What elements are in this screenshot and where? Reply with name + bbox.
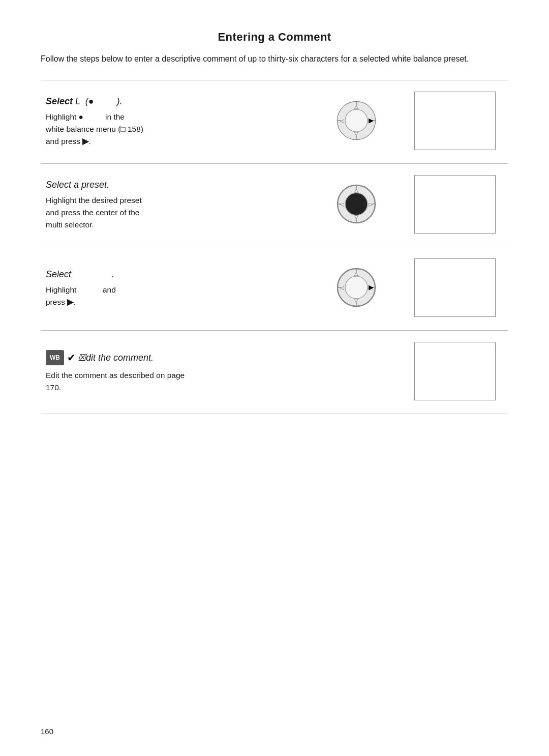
step-1-text: Select L (● ). Highlight ● in the white … [41,80,312,163]
step-3-text: Select . Highlight and press ▶. [41,247,312,330]
page-title: Entering a Comment [41,31,508,44]
step-2-row: Select a preset. Highlight the desired p… [41,163,508,247]
step-3-body: Highlight and press ▶. [46,284,307,308]
svg-text:▽: ▽ [354,131,358,136]
step-4-heading: ☒dit the comment. [78,352,154,363]
step-1-dial: △ ▽ ◁ ▶ [312,80,396,163]
step-3-dial: △ ▽ ◁ ▶ [312,247,396,330]
svg-point-12 [345,193,368,215]
step-2-text: Select a preset. Highlight the desired p… [41,163,312,247]
step-4-no-dial [312,330,396,414]
wb-icon: WB [46,350,64,365]
svg-text:▶: ▶ [369,117,374,124]
dial-center-icon: △ ▽ ◁ ▷ [336,184,377,224]
svg-text:△: △ [354,271,358,276]
svg-text:▷: ▷ [369,201,373,207]
svg-text:◁: ◁ [340,118,344,124]
step-4-image [396,330,508,414]
step-1-screenshot [414,92,496,150]
step-4-text: WB ✔ ☒dit the comment. Edit the comment … [41,330,312,414]
step-3-heading: Select . [46,269,307,280]
step-3-screenshot [414,258,496,317]
steps-table: Select L (● ). Highlight ● in the white … [41,80,508,414]
step-3-image [396,247,508,330]
step-3-row: Select . Highlight and press ▶. [41,247,508,330]
dial-right2-icon: △ ▽ ◁ ▶ [336,267,377,308]
dial-right-icon: △ ▽ ◁ ▶ [336,100,377,141]
step-1-row: Select L (● ). Highlight ● in the white … [41,80,508,163]
svg-text:△: △ [354,104,358,109]
step-1-image [396,80,508,163]
svg-text:◁: ◁ [340,201,344,207]
step-4-heading-row: WB ✔ ☒dit the comment. [46,350,307,365]
step-1-heading: Select L (● ). [46,96,307,107]
step-2-image [396,163,508,247]
svg-point-2 [345,109,368,132]
svg-text:◁: ◁ [340,285,344,290]
step-2-heading: Select a preset. [46,180,307,190]
svg-point-22 [345,276,368,299]
step-2-screenshot [414,175,496,234]
step-1-body: Highlight ● in the white balance menu (□… [46,111,307,148]
svg-text:△: △ [354,187,358,193]
checkmark-icon: ✔ [67,352,76,364]
page-container: Entering a Comment Follow the steps belo… [0,0,549,455]
page-number: 160 [41,727,53,736]
step-4-row: WB ✔ ☒dit the comment. Edit the comment … [41,330,508,414]
svg-text:▽: ▽ [354,214,358,220]
step-4-screenshot [414,342,496,400]
svg-text:▶: ▶ [369,284,374,291]
svg-text:▽: ▽ [354,298,358,303]
step-4-body: Edit the comment as described on page 17… [46,369,307,394]
intro-text: Follow the steps below to enter a descri… [41,53,508,66]
step-2-body: Highlight the desired preset and press t… [46,194,307,231]
step-2-dial: △ ▽ ◁ ▷ [312,163,396,247]
